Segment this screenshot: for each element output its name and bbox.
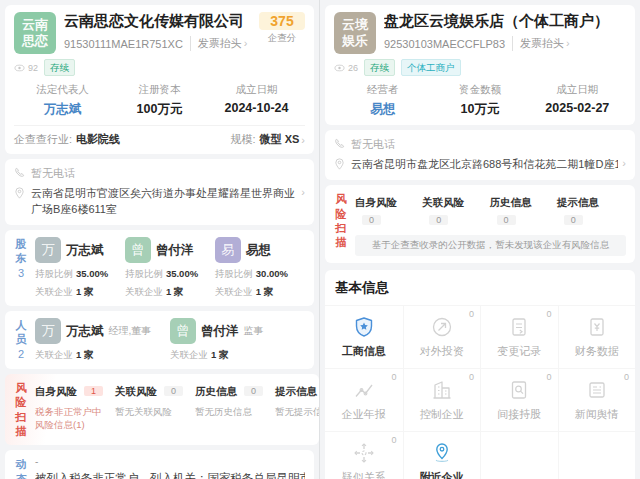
chevron-right-icon: › [244,37,248,49]
risk-col-self[interactable]: 自身风险0 [355,192,422,228]
fact-value-link[interactable]: 万志斌 [14,101,111,118]
risk-scan-section-label: 风险扫描 [14,381,28,438]
shareholders-card: 股东3 万万志斌 持股比例35.00% 关联企业1 家 曾曾付洋 持股比例35.… [5,230,314,306]
phone-row: 暂无电话 [14,166,305,181]
grid-item-business-info[interactable]: 工商信息 [325,305,403,368]
key-facts-row: 经营者 易想 资金数额 10万元 成立日期 2025-02-27 [334,83,626,118]
grid-item-label: 工商信息 [342,344,386,359]
status-tag-row: 92 存续 [14,59,305,76]
grid-item-count: 0 [546,372,551,382]
fact-founded-date: 成立日期 2024-10-24 [208,83,305,118]
risk-name: 历史信息 [490,196,532,208]
invoice-title-link[interactable]: 发票抬头› [512,36,570,51]
related-companies: 关联企业1 家 [125,286,215,299]
risk-count-badge: 0 [497,215,516,225]
risk-count-badge: 0 [244,386,263,396]
industry-label: 企查查行业: [14,132,72,147]
address-row[interactable]: 云南省昆明市官渡区矣六街道办事处星耀路星世界商业广场B座6楼611室 › [14,186,305,218]
risk-col-history[interactable]: 历史信息0 [490,192,557,228]
grid-item-outbound-investment[interactable]: 0 对外投资 [403,305,481,368]
grid-item-label: 附近企业 [420,470,464,479]
grid-item-suspected-relations[interactable]: 0 疑似关系 [325,431,403,479]
company-head-text: 盘龙区云境娱乐店（个体工商户） 92530103MAECCFLP83 发票抬头› [384,12,626,51]
risk-count-badge: 0 [164,386,183,396]
location-pin-icon [14,187,26,199]
grid-item-label: 间接持股 [497,407,541,422]
grid-item-annual-report[interactable]: 0 企业年报 [325,368,403,431]
personnel-item[interactable]: 万万志斌经理,董事 关联企业1 家 [35,318,170,362]
risk-col-related[interactable]: 关联风险0 [422,192,489,228]
risk-name: 关联风险 [115,385,157,397]
phone-icon [334,138,346,149]
grid-item-news-sentiment[interactable]: 0 新闻舆情 [558,368,636,431]
risk-desc: 暂无关联风险 [115,405,195,418]
grid-item-change-records[interactable]: 0 变更记录 [480,305,558,368]
grid-item-controlled-companies[interactable]: 0 控制企业 [403,368,481,431]
address-row[interactable]: 云南省昆明市盘龙区北京路688号和信花苑二期1幢D座1407 › [334,157,626,173]
scale-label: 规模: [231,132,256,147]
qcc-score-badge[interactable]: 375 企查分 [259,12,305,45]
person-role: 经理,董事 [109,324,152,338]
risk-name: 提示信息 [557,196,599,208]
personnel-list: 万万志斌经理,董事 关联企业1 家 曾曾付洋监事 关联企业1 家 [35,318,305,362]
logo-text-line2: 思恋 [22,33,48,49]
basic-info-card: 基本信息 工商信息 0 对外投资 0 变更记录 财务 [325,270,635,479]
status-tag: 存续 [44,59,75,76]
financial-doc-icon [585,315,609,339]
shareholders-list: 万万志斌 持股比例35.00% 关联企业1 家 曾曾付洋 持股比例35.00% … [35,237,305,299]
risk-desc: 税务非正常户中风险信息(1) [35,405,115,432]
phone-row: 暂无电话 [334,137,626,152]
person-name: 万志斌 [66,323,104,340]
contact-card: 暂无电话 云南省昆明市盘龙区北京路688号和信花苑二期1幢D座1407 › [325,130,635,180]
company-address: 云南省昆明市盘龙区北京路688号和信花苑二期1幢D座1407 [351,157,618,173]
dynamics-card[interactable]: 动态 - 被列入税务非正常户，列入机关：国家税务总局昆明市官渡区... [5,450,314,479]
avatar: 曾 [170,318,196,344]
person-role: 监事 [244,324,264,338]
grid-item-label: 企业年报 [342,407,386,422]
annual-report-icon [352,378,376,402]
logo-text-line2: 娱乐 [342,33,368,49]
dual-company-comparison: 云南 思恋 云南思恋文化传媒有限公司 91530111MAE1R751XC 发票… [0,0,640,479]
grid-item-nearby-companies[interactable]: 附近企业 [403,431,481,479]
fact-value-link[interactable]: 易想 [334,101,431,118]
shareholder-name: 万志斌 [66,242,104,259]
grid-item-indirect-holdings[interactable]: 0 间接持股 [480,368,558,431]
risk-col-hint[interactable]: 提示信息 暂无提示信息 [275,381,319,438]
dynamics-text: 被列入税务非正常户，列入机关：国家税务总局昆明市官渡区... [35,471,305,479]
shareholder-item[interactable]: 易易想 持股比例30.00% 关联企业1 家 [215,237,305,299]
eye-icon [334,64,345,72]
related-companies: 关联企业1 家 [35,349,170,362]
phone-icon [14,167,26,178]
risk-name: 自身风险 [35,385,77,397]
company-header-row: 云境 娱乐 盘龙区云境娱乐店（个体工商户） 92530103MAECCFLP83… [334,12,626,54]
credit-code: 92530103MAECCFLP83 [384,38,505,50]
risk-col-related[interactable]: 关联风险0 暂无关联风险 [115,381,195,438]
company-title: 云南思恋文化传媒有限公司 [64,12,259,31]
grid-item-label: 财务数据 [575,344,619,359]
grid-item-count: 0 [624,372,629,382]
risk-col-hint[interactable]: 提示信息0 [557,192,624,228]
industry-scale-row[interactable]: 企查查行业: 电影院线 规模: 微型 XS › [14,125,305,147]
risk-count-badge: 0 [564,215,583,225]
phone-status: 暂无电话 [31,166,75,181]
status-tag: 存续 [364,59,395,76]
related-companies: 关联企业1 家 [35,286,125,299]
grid-item-count: 0 [469,309,474,319]
risk-col-self[interactable]: 自身风险1 税务非正常户中风险信息(1) [35,381,115,438]
risk-scan-section-label: 风险扫描 [334,192,348,256]
grid-item-financial-data[interactable]: 财务数据 [558,305,636,368]
location-pin-icon [334,158,346,170]
shareholder-item[interactable]: 万万志斌 持股比例35.00% 关联企业1 家 [35,237,125,299]
relation-icon [352,441,376,465]
risk-count-badge: 0 [362,215,381,225]
risk-col-history[interactable]: 历史信息0 暂无历史信息 [195,381,275,438]
shareholder-item[interactable]: 曾曾付洋 持股比例35.00% 关联企业1 家 [125,237,215,299]
risk-note: 基于企查查收录的公开数据，暂未发现该企业有风险信息 [355,235,626,256]
fact-founded-date: 成立日期 2025-02-27 [529,83,626,118]
company-title: 盘龙区云境娱乐店（个体工商户） [384,12,626,31]
grid-item-count: 0 [469,372,474,382]
personnel-item[interactable]: 曾曾付洋监事 关联企业1 家 [170,318,305,362]
invoice-title-label: 发票抬头 [520,37,564,49]
chevron-right-icon: › [301,186,305,198]
invoice-title-link[interactable]: 发票抬头› [190,36,248,51]
